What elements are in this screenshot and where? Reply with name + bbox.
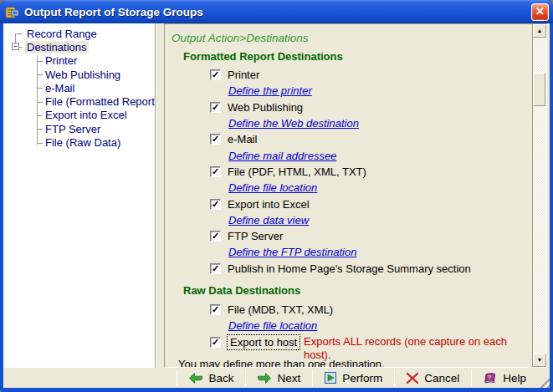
define-raw-file-location-link[interactable]: Define file location — [228, 319, 317, 332]
scrollbar-thumb[interactable] — [533, 73, 545, 106]
back-button-label: Back — [208, 372, 233, 384]
back-button[interactable]: Back — [179, 370, 243, 386]
export-excel-checkbox[interactable]: ✓ — [210, 199, 221, 210]
checkbox-label[interactable]: e-Mail — [228, 133, 257, 145]
help-button[interactable]: ? Help — [474, 370, 536, 386]
ftp-server-checkbox[interactable]: ✓ — [210, 231, 221, 242]
tree-item-printer[interactable]: Printer — [3, 54, 155, 68]
cancel-button-label: Cancel — [424, 372, 459, 384]
perform-button-label: Perform — [342, 372, 382, 384]
define-ftp-destination-link[interactable]: Define the FTP destination — [228, 246, 356, 258]
button-separator — [394, 369, 395, 386]
checkbox-label[interactable]: Web Publishing — [228, 101, 303, 114]
vertical-scrollbar[interactable]: ▲ ▼ — [532, 24, 546, 367]
file-raw-checkbox[interactable]: ✓ — [210, 304, 221, 315]
tree-item-destinations[interactable]: − Destinations — [3, 40, 155, 53]
section-heading-formatted: Formatted Report Destinations — [165, 50, 532, 63]
checkbox-label[interactable]: File (PDF, HTML, XML, TXT) — [228, 165, 366, 178]
dialog-body: Record Range − Destinations Printer Web … — [3, 23, 550, 368]
link-row: Define the printer — [165, 83, 532, 99]
publish-home-page-checkbox[interactable]: ✓ — [210, 263, 221, 274]
define-web-destination-link[interactable]: Define the Web destination — [228, 117, 359, 130]
tree-item-label: Destinations — [25, 41, 89, 53]
help-icon: ? — [484, 372, 497, 384]
export-host-warning-note: Exports ALL records (one capture on each… — [304, 335, 528, 361]
tree-item-record-range[interactable]: Record Range — [3, 27, 155, 40]
next-arrow-icon — [258, 373, 271, 384]
link-row: Define file location — [165, 180, 532, 196]
perform-button[interactable]: Perform — [315, 370, 392, 386]
tree-item-web-publishing[interactable]: Web Publishing — [3, 68, 155, 81]
back-arrow-icon — [189, 373, 202, 384]
perform-icon — [325, 372, 336, 384]
checkbox-row-web-publishing: ✓ Web Publishing — [165, 99, 532, 115]
link-row: Define mail addressee — [165, 147, 532, 163]
checkbox-row-file-formatted: ✓ File (PDF, HTML, XML, TXT) — [165, 164, 532, 180]
link-row: Define file location — [165, 318, 532, 333]
tree-item-label: e-Mail — [44, 82, 76, 94]
dialog-window: Output Report of Storage Groups ✕ Record… — [0, 0, 553, 392]
tree-item-label: File (Formatted Report) — [44, 95, 156, 108]
tree-item-file-formatted[interactable]: File (Formatted Report) — [3, 94, 155, 108]
checkbox-row-ftp-server: ✓ FTP Server — [165, 228, 532, 244]
resize-grip[interactable] — [538, 376, 550, 388]
wizard-button-bar: Back Next Perform Cancel — [3, 368, 550, 388]
tree-item-label: Record Range — [25, 28, 99, 40]
web-publishing-checkbox[interactable]: ✓ — [210, 102, 221, 113]
file-formatted-checkbox[interactable]: ✓ — [210, 166, 221, 177]
navigation-tree: Record Range − Destinations Printer Web … — [3, 23, 156, 368]
tree-item-label: FTP Server — [44, 123, 102, 135]
checkbox-row-email: ✓ e-Mail — [165, 131, 532, 147]
link-row: Define data view — [165, 212, 532, 228]
checkbox-row-export-to-host: ✓ Export to host Exports ALL records (on… — [165, 333, 532, 349]
tree-item-label: Export into Excel — [44, 109, 129, 121]
checkbox-label[interactable]: Printer — [228, 69, 259, 81]
checkbox-row-file-raw: ✓ File (MDB, TXT, XML) — [165, 302, 532, 318]
checkbox-label[interactable]: FTP Server — [228, 230, 283, 242]
svg-text:?: ? — [488, 374, 492, 381]
button-separator — [312, 369, 313, 386]
cancel-icon — [407, 373, 418, 384]
tree-expander-minus-icon[interactable]: − — [12, 43, 19, 50]
tree-item-label: File (Raw Data) — [44, 136, 122, 149]
cancel-button[interactable]: Cancel — [397, 370, 469, 386]
panel-splitter — [156, 23, 164, 368]
link-row: Define the Web destination — [165, 115, 532, 131]
help-button-label: Help — [503, 372, 526, 384]
next-button-label: Next — [277, 372, 300, 384]
button-separator — [177, 369, 177, 386]
tree-item-label: Web Publishing — [44, 69, 122, 81]
section-heading-raw-data: Raw Data Destinations — [165, 284, 532, 297]
checkbox-row-publish-home-page: ✓ Publish in Home Page's Storage Summary… — [165, 261, 532, 277]
close-icon[interactable]: ✕ — [531, 3, 549, 21]
next-button[interactable]: Next — [248, 370, 310, 386]
button-separator — [471, 369, 472, 386]
content-panel: Output Action>Destinations Formatted Rep… — [164, 23, 547, 368]
title-bar[interactable]: Output Report of Storage Groups ✕ — [0, 0, 553, 23]
checkbox-label[interactable]: Export into Excel — [228, 198, 310, 211]
tree-item-export-excel[interactable]: Export into Excel — [3, 109, 155, 122]
scroll-up-icon[interactable]: ▲ — [533, 24, 546, 38]
scroll-down-icon[interactable]: ▼ — [533, 354, 546, 367]
checkbox-row-export-excel: ✓ Export into Excel — [165, 196, 532, 211]
checkbox-label[interactable]: File (MDB, TXT, XML) — [228, 303, 333, 316]
checkbox-row-printer: ✓ Printer — [165, 67, 532, 83]
define-data-view-link[interactable]: Define data view — [228, 214, 309, 227]
checkbox-label[interactable]: Export to host — [228, 335, 300, 349]
checkbox-label[interactable]: Publish in Home Page's Storage Summary s… — [228, 262, 471, 275]
tree-item-label: Printer — [44, 54, 79, 67]
tree-item-ftp-server[interactable]: FTP Server — [3, 122, 155, 135]
define-mail-addressee-link[interactable]: Define mail addressee — [228, 150, 336, 162]
link-row: Define the FTP destination — [165, 244, 532, 260]
window-title: Output Report of Storage Groups — [24, 6, 531, 18]
button-separator — [245, 369, 246, 386]
breadcrumb: Output Action>Destinations — [165, 24, 532, 44]
scrollbar-track[interactable] — [533, 38, 546, 354]
printer-checkbox[interactable]: ✓ — [210, 69, 221, 80]
tree-item-email[interactable]: e-Mail — [3, 81, 155, 94]
tree-item-file-raw[interactable]: File (Raw Data) — [3, 135, 155, 149]
define-file-location-link[interactable]: Define file location — [228, 181, 317, 194]
export-to-host-checkbox[interactable]: ✓ — [210, 337, 221, 348]
define-printer-link[interactable]: Define the printer — [228, 84, 312, 97]
email-checkbox[interactable]: ✓ — [210, 134, 221, 145]
